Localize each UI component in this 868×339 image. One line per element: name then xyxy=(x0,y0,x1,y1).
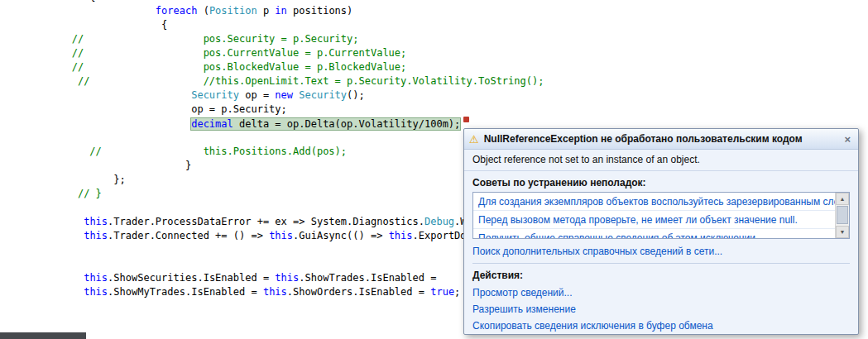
tip-link[interactable]: Получить общие справочные сведения об эт… xyxy=(473,229,835,239)
tips-list: Для создания экземпляров объектов воспол… xyxy=(473,193,835,239)
code-line: op = p.Security; xyxy=(0,103,544,117)
code-line xyxy=(0,257,544,271)
close-icon[interactable]: × xyxy=(842,133,853,146)
tip-link[interactable]: Для создания экземпляров объектов воспол… xyxy=(473,193,835,211)
code-line: // this.Positions.Add(pos); xyxy=(0,145,544,159)
code-line: // pos.Security = p.Security; xyxy=(0,32,544,46)
warning-icon: ⚠ xyxy=(469,134,479,145)
scrollbar-thumb[interactable] xyxy=(837,206,848,224)
scroll-down-icon[interactable]: ▼ xyxy=(836,226,849,238)
code-line: decimal delta = op.Delta(op.Volatility/1… xyxy=(0,117,544,131)
popup-header: ⚠ NullReferenceException не обработано п… xyxy=(464,129,858,150)
code-line: { xyxy=(0,18,544,32)
code-line xyxy=(0,201,544,215)
tips-scrollbar[interactable]: ▲ ▼ xyxy=(835,193,849,238)
action-link[interactable]: Скопировать сведения исключения в буфер … xyxy=(464,318,858,334)
code-line: // //this.OpenLimit.Text = p.Security.Vo… xyxy=(0,74,544,88)
window-edge-strip xyxy=(0,332,86,339)
code-line: Security op = new Security(); xyxy=(0,88,544,103)
code-line: // pos.BlockedValue = p.BlockedValue; xyxy=(0,60,544,74)
search-help-online-link[interactable]: Поиск дополнительных справочных сведений… xyxy=(464,239,858,262)
popup-title: NullReferenceException не обработано пол… xyxy=(484,133,837,145)
code-editor[interactable]: { foreach (Position p in positions) { //… xyxy=(0,0,544,299)
code-line: this.Trader.Connected += () => this.GuiA… xyxy=(0,229,544,243)
tip-link[interactable]: Перед вызовом метода проверьте, не имеет… xyxy=(473,211,835,229)
code-line xyxy=(0,243,544,257)
actions-header: Действия: xyxy=(464,264,858,284)
scroll-up-icon[interactable]: ▲ xyxy=(836,193,849,205)
exception-message: Object reference not set to an instance … xyxy=(464,150,858,171)
exception-error-icon[interactable] xyxy=(463,117,469,122)
action-link[interactable]: Разрешить изменение xyxy=(464,301,858,318)
code-line: // } xyxy=(0,187,544,201)
code-line xyxy=(0,131,544,145)
exception-assistant-popup: ⚠ NullReferenceException не обработано п… xyxy=(463,128,859,335)
code-line: }; xyxy=(0,173,544,187)
code-line: foreach (Position p in positions) xyxy=(0,4,544,18)
code-line: // pos.CurrentValue = p.CurrentValue; xyxy=(0,46,544,60)
code-line: } xyxy=(0,159,544,173)
tips-box: Для создания экземпляров объектов воспол… xyxy=(472,192,850,239)
action-link[interactable]: Просмотр сведений... xyxy=(464,284,858,301)
code-line: this.Trader.ProcessDataError += ex => Sy… xyxy=(0,215,544,229)
code-line: this.ShowSecurities.IsEnabled = this.Sho… xyxy=(0,271,544,285)
actions-list: Просмотр сведений...Разрешить изменениеС… xyxy=(464,284,858,334)
tips-header: Советы по устранению неполадок: xyxy=(464,171,858,192)
exception-statement-highlight: decimal delta = op.Delta(op.Volatility/1… xyxy=(191,118,460,130)
code-line: this.ShowMyTrades.IsEnabled = this.ShowO… xyxy=(0,285,544,299)
